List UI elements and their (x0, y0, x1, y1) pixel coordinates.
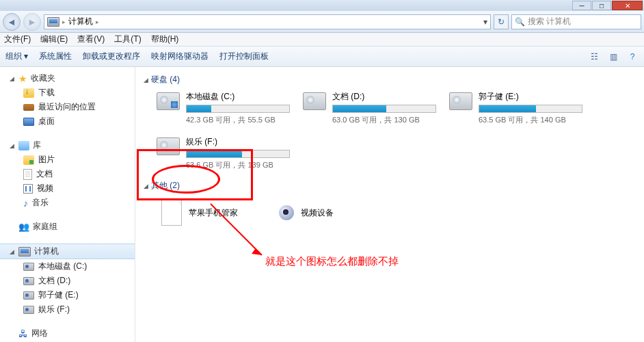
maximize-button[interactable]: □ (592, 1, 611, 10)
computer-icon (18, 247, 31, 256)
other-video-device[interactable]: 视频设备 (272, 196, 340, 230)
annotation-text: 就是这个图标怎么都删除不掉 (265, 255, 399, 268)
address-bar[interactable]: ▸ 计算机 ▸ ▾ (44, 14, 491, 29)
menu-bar: 文件(F) 编辑(E) 查看(V) 工具(T) 帮助(H) (0, 33, 644, 47)
refresh-button[interactable]: ↻ (494, 14, 509, 29)
view-mode-icon[interactable]: ☷ (588, 51, 600, 63)
documents-icon (23, 169, 32, 180)
sidebar-pictures[interactable]: 图片 (0, 153, 135, 167)
drive-e[interactable]: 郭子健 (E:) 63.5 GB 可用，共 140 GB (447, 88, 584, 128)
drive-c[interactable]: 本地磁盘 (C:) 42.3 GB 可用，共 55.5 GB (155, 88, 291, 128)
system-properties-button[interactable]: 系统属性 (39, 51, 72, 62)
window-titlebar: ─ □ ✕ (0, 0, 644, 11)
download-icon (23, 88, 34, 98)
recent-icon (23, 104, 34, 111)
dropdown-icon[interactable]: ▾ (483, 17, 487, 27)
svg-line-0 (211, 204, 262, 255)
map-network-button[interactable]: 映射网络驱动器 (151, 51, 209, 62)
search-icon: 🔍 (515, 17, 525, 27)
sidebar-desktop[interactable]: 桌面 (0, 114, 135, 129)
forward-button[interactable]: ► (23, 13, 41, 31)
organize-button[interactable]: 组织 ▾ (5, 51, 28, 62)
back-button[interactable]: ◄ (3, 13, 21, 31)
navigation-pane: ◢★收藏夹 下载 最近访问的位置 桌面 ◢库 图片 文档 视频 ♪音乐 👥家庭组… (0, 67, 135, 342)
sidebar-videos[interactable]: 视频 (0, 181, 135, 196)
breadcrumb-separator: ▸ (96, 18, 99, 25)
menu-edit[interactable]: 编辑(E) (40, 34, 68, 45)
search-placeholder: 搜索 计算机 (528, 16, 571, 27)
sidebar-libraries[interactable]: ◢库 (0, 138, 135, 153)
capacity-bar (479, 105, 582, 113)
library-icon (18, 141, 29, 150)
search-input[interactable]: 🔍 搜索 计算机 (511, 14, 641, 29)
sidebar-drive-d[interactable]: 文档 (D:) (0, 274, 135, 288)
videos-icon (23, 184, 33, 194)
capacity-bar (332, 105, 436, 113)
capacity-bar (186, 105, 290, 113)
sidebar-downloads[interactable]: 下载 (0, 86, 135, 100)
drive-icon (23, 277, 34, 285)
sidebar-homegroup[interactable]: 👥家庭组 (0, 220, 135, 234)
drive-d[interactable]: 文档 (D:) 63.0 GB 可用，共 130 GB (301, 88, 438, 128)
sidebar-recent[interactable]: 最近访问的位置 (0, 100, 135, 114)
content-pane: ◢硬盘 (4) 本地磁盘 (C:) 42.3 GB 可用，共 55.5 GB 文… (135, 67, 644, 342)
computer-icon (47, 17, 59, 27)
close-button[interactable]: ✕ (612, 1, 643, 10)
sidebar-drive-e[interactable]: 郭子健 (E:) (0, 288, 135, 302)
section-drives[interactable]: ◢硬盘 (4) (144, 74, 637, 86)
sidebar-network[interactable]: 🖧网络 (0, 326, 135, 341)
command-bar: 组织 ▾ 系统属性 卸载或更改程序 映射网络驱动器 打开控制面板 ☷ ▥ ? (0, 47, 644, 67)
menu-help[interactable]: 帮助(H) (151, 34, 179, 45)
homegroup-icon: 👥 (18, 222, 29, 232)
help-icon[interactable]: ? (626, 51, 639, 63)
desktop-icon (23, 118, 34, 126)
menu-view[interactable]: 查看(V) (77, 34, 105, 45)
drive-icon (449, 92, 472, 110)
annotation-circle (152, 165, 220, 194)
drive-icon (23, 263, 34, 271)
file-icon (161, 200, 182, 226)
menu-tools[interactable]: 工具(T) (114, 34, 141, 45)
breadcrumb-computer[interactable]: 计算机 (68, 16, 93, 27)
drive-icon (23, 306, 34, 314)
webcam-icon (279, 205, 294, 220)
sidebar-drive-f[interactable]: 娱乐 (F:) (0, 302, 135, 317)
drive-icon (23, 291, 34, 300)
sidebar-music[interactable]: ♪音乐 (0, 196, 135, 210)
breadcrumb-separator: ▸ (62, 18, 66, 25)
sidebar-computer[interactable]: ◢计算机 (0, 244, 135, 259)
music-icon: ♪ (23, 198, 28, 209)
uninstall-button[interactable]: 卸载或更改程序 (83, 51, 140, 62)
navigation-bar: ◄ ► ▸ 计算机 ▸ ▾ ↻ 🔍 搜索 计算机 (0, 11, 644, 33)
pictures-icon (23, 155, 34, 165)
menu-file[interactable]: 文件(F) (4, 34, 31, 45)
drive-icon (157, 92, 180, 110)
sidebar-drive-c[interactable]: 本地磁盘 (C:) (0, 259, 135, 274)
sidebar-documents[interactable]: 文档 (0, 167, 135, 181)
drive-icon (303, 92, 326, 110)
sidebar-favorites[interactable]: ◢★收藏夹 (0, 71, 135, 86)
annotation-arrow (204, 200, 272, 262)
network-icon: 🖧 (18, 328, 28, 339)
control-panel-button[interactable]: 打开控制面板 (219, 51, 269, 62)
minimize-button[interactable]: ─ (572, 1, 591, 10)
star-icon: ★ (18, 73, 27, 84)
preview-pane-icon[interactable]: ▥ (607, 51, 619, 63)
